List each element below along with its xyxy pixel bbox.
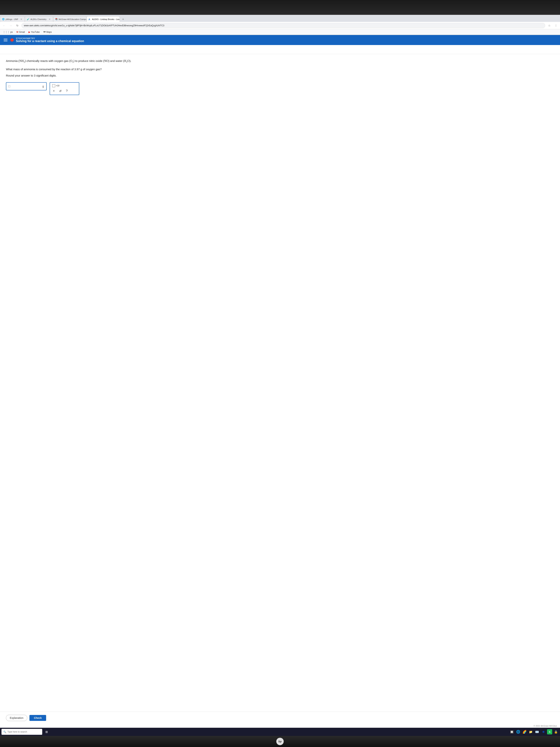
- gmail-icon: M: [17, 31, 18, 33]
- hamburger-line-2: [4, 40, 7, 40]
- taskbar: 🔍 ⊞ 🔲 🌐 🌈 📁 📧 ❄ S 🔒: [0, 728, 560, 736]
- taskbar-icon-chrome[interactable]: 🌈: [522, 729, 527, 735]
- problem-intro: Ammonia: [6, 59, 19, 62]
- tab-wings-favicon: 🌐: [2, 18, 5, 21]
- aleks-header-text: STOICHIOMETRY Solving for a reactant usi…: [16, 37, 84, 43]
- oxygen-formula: (O2): [69, 59, 75, 62]
- answer-checkbox-icon: ☐: [8, 84, 10, 88]
- taskbar-icon-edge[interactable]: 🌐: [515, 729, 521, 735]
- chevron-down-button[interactable]: ⌄: [3, 47, 9, 52]
- taskbar-search-box: 🔍: [1, 729, 42, 735]
- taskbar-icon-mail[interactable]: 📧: [534, 729, 540, 735]
- sci-notation-top: ×10: [52, 84, 77, 87]
- search-icon: 🔍: [3, 730, 6, 733]
- bookmark-youtube-label: YouTube: [31, 31, 39, 33]
- laptop-bottom-bezel: hp: [0, 736, 560, 747]
- settings-button[interactable]: ⋮: [553, 23, 559, 28]
- sci-undo-button[interactable]: ↺: [58, 89, 62, 93]
- browser-chrome: 🌐 yWings - UNF ✕ 🧪 ALEKs Chemistry ✕ 📚 M…: [0, 15, 560, 35]
- tab-aleks-label: ALEKs Chemistry: [30, 18, 46, 20]
- tab-mcgraw[interactable]: 📚 McGraw-Hill Education Campus ✕: [53, 16, 86, 22]
- ammonia-formula: (NH3): [19, 59, 26, 62]
- no-formula: (NO): [103, 59, 109, 62]
- sci-notation-box: ×10 × ↺ ?: [50, 82, 79, 95]
- windows-button[interactable]: ⊞: [43, 729, 50, 735]
- tab-wings-close[interactable]: ✕: [20, 18, 23, 21]
- tab-aleks-learn-label: ALEKS - Lindsay Brooks - Learn: [92, 18, 120, 20]
- page-content: STOICHIOMETRY Solving for a reactant usi…: [0, 35, 560, 728]
- copyright-text: © 2021 McGraw-Hill Educ: [0, 724, 560, 728]
- sci-notation-controls: × ↺ ?: [52, 89, 77, 93]
- problem-body: Ammonia (NH3) chemically reacts with oxy…: [0, 54, 560, 712]
- water-formula: (H2O).: [123, 59, 131, 62]
- bookmark-maps-label: Maps: [46, 31, 52, 33]
- windows-icon: ⊞: [45, 730, 48, 733]
- answer-input-box: ☐ g: [6, 82, 47, 91]
- bottom-actions: Explanation Check: [0, 712, 560, 724]
- section-label: STOICHIOMETRY: [16, 37, 84, 40]
- youtube-icon: ▶: [28, 31, 30, 33]
- bookmark-gmail[interactable]: M Gmail: [15, 30, 26, 34]
- bookmark-button[interactable]: ☆: [547, 23, 552, 28]
- laptop-top-bezel: [0, 0, 560, 15]
- hamburger-menu[interactable]: [3, 38, 8, 42]
- tab-aleks-chem[interactable]: 🧪 ALEKs Chemistry ✕: [25, 16, 53, 22]
- tab-mcgraw-favicon: 📚: [55, 18, 58, 21]
- problem-text: Ammonia (NH3) chemically reacts with oxy…: [6, 58, 554, 64]
- sci-multiply-button[interactable]: ×: [52, 89, 55, 93]
- address-input[interactable]: [22, 23, 545, 28]
- problem-and: and water: [110, 59, 123, 62]
- taskbar-icon-folder[interactable]: 📁: [528, 729, 533, 735]
- answer-unit: g: [43, 84, 44, 88]
- reload-button[interactable]: ↻: [15, 23, 20, 28]
- tab-wings-label: yWings - UNF: [5, 18, 18, 20]
- maps-icon: 🗺: [43, 31, 46, 33]
- forward-button[interactable]: →: [8, 23, 14, 28]
- tab-aleks-learn-favicon: A: [88, 18, 91, 21]
- bookmarks-bar: ⋮⋮⋮ ps M Gmail ▶ YouTube 🗺 Maps: [0, 29, 560, 35]
- bookmark-maps[interactable]: 🗺 Maps: [42, 30, 53, 34]
- answer-area: ☐ g ×10 × ↺ ?: [6, 82, 554, 95]
- aleks-header: STOICHIOMETRY Solving for a reactant usi…: [0, 35, 560, 45]
- taskbar-icon-widgets[interactable]: 🔲: [509, 729, 514, 735]
- section-title: Solving for a reactant using a chemical …: [16, 40, 84, 43]
- check-button[interactable]: Check: [29, 715, 46, 721]
- tab-aleks-favicon: 🧪: [27, 18, 29, 21]
- bookmark-youtube[interactable]: ▶ YouTube: [27, 30, 41, 34]
- answer-input[interactable]: [12, 85, 41, 88]
- back-button[interactable]: ←: [1, 23, 7, 28]
- problem-question: What mass of ammonia is consumed by the …: [6, 67, 554, 72]
- taskbar-icon-dropbox[interactable]: ❄: [541, 729, 546, 735]
- hamburger-line-3: [4, 41, 7, 41]
- stoichiometry-icon: [10, 38, 14, 42]
- apps-icon: ⋮⋮⋮: [3, 31, 10, 33]
- explanation-button[interactable]: Explanation: [6, 715, 27, 721]
- tab-aleks-learn[interactable]: A ALEKS - Lindsay Brooks - Learn ✕: [86, 16, 120, 22]
- tab-aleks-close[interactable]: ✕: [48, 18, 51, 21]
- tab-wings[interactable]: 🌐 yWings - UNF ✕: [0, 16, 25, 22]
- sci-help-button[interactable]: ?: [65, 89, 68, 93]
- tab-mcgraw-label: McGraw-Hill Education Campus: [59, 18, 86, 20]
- taskbar-icon-security[interactable]: 🔒: [553, 729, 559, 735]
- sci-small-input-box: [52, 84, 55, 87]
- bookmark-gmail-label: Gmail: [19, 31, 25, 33]
- address-bar-row: ← → ↻ ☆ ⋮: [0, 22, 560, 29]
- tab-bar: 🌐 yWings - UNF ✕ 🧪 ALEKs Chemistry ✕ 📚 M…: [0, 15, 560, 22]
- hp-logo: hp: [276, 738, 284, 745]
- collapse-row: ⌄: [0, 45, 560, 54]
- new-tab-button[interactable]: +: [121, 17, 126, 22]
- taskbar-icon-s[interactable]: S: [547, 729, 552, 735]
- taskbar-search-input[interactable]: [7, 730, 35, 733]
- problem-mid: chemically reacts with oxygen gas: [26, 59, 69, 62]
- problem-end: to produce nitric oxide: [75, 59, 103, 62]
- bookmark-apps-label: ps: [10, 31, 13, 33]
- bookmark-apps[interactable]: ⋮⋮⋮ ps: [1, 30, 14, 34]
- problem-instruction: Round your answer to 3 significant digit…: [6, 73, 554, 78]
- hamburger-line-1: [4, 39, 7, 39]
- sci-x10-label: ×10: [56, 84, 59, 87]
